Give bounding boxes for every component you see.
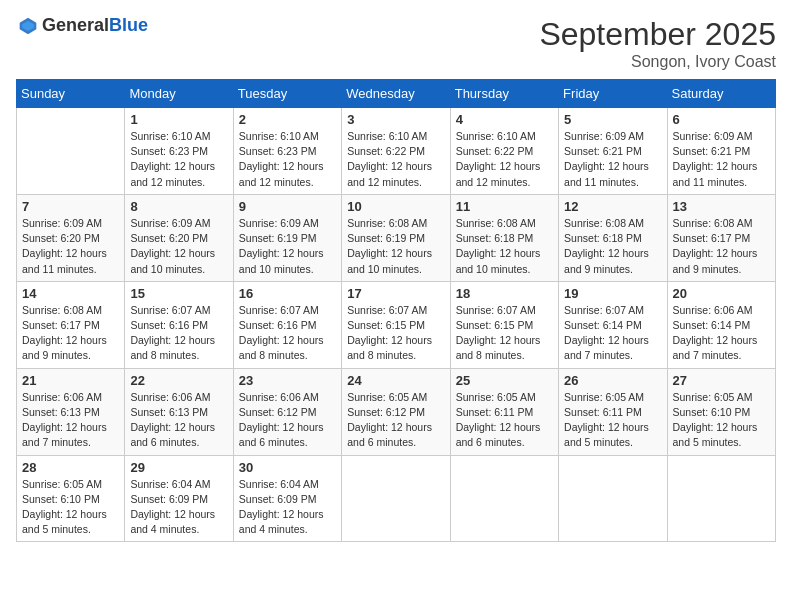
calendar-cell: 13Sunrise: 6:08 AMSunset: 6:17 PMDayligh… xyxy=(667,194,775,281)
day-info: Sunrise: 6:08 AMSunset: 6:18 PMDaylight:… xyxy=(456,216,553,277)
day-number: 12 xyxy=(564,199,661,214)
calendar-cell: 27Sunrise: 6:05 AMSunset: 6:10 PMDayligh… xyxy=(667,368,775,455)
page-header: GeneralBlue September 2025 Songon, Ivory… xyxy=(16,16,776,71)
day-info: Sunrise: 6:05 AMSunset: 6:12 PMDaylight:… xyxy=(347,390,444,451)
calendar-cell: 18Sunrise: 6:07 AMSunset: 6:15 PMDayligh… xyxy=(450,281,558,368)
day-info: Sunrise: 6:05 AMSunset: 6:11 PMDaylight:… xyxy=(456,390,553,451)
day-info: Sunrise: 6:07 AMSunset: 6:15 PMDaylight:… xyxy=(347,303,444,364)
calendar-cell: 23Sunrise: 6:06 AMSunset: 6:12 PMDayligh… xyxy=(233,368,341,455)
calendar-cell: 25Sunrise: 6:05 AMSunset: 6:11 PMDayligh… xyxy=(450,368,558,455)
day-info: Sunrise: 6:05 AMSunset: 6:11 PMDaylight:… xyxy=(564,390,661,451)
day-info: Sunrise: 6:10 AMSunset: 6:22 PMDaylight:… xyxy=(347,129,444,190)
day-number: 19 xyxy=(564,286,661,301)
day-number: 22 xyxy=(130,373,227,388)
day-info: Sunrise: 6:09 AMSunset: 6:21 PMDaylight:… xyxy=(564,129,661,190)
day-number: 2 xyxy=(239,112,336,127)
day-info: Sunrise: 6:04 AMSunset: 6:09 PMDaylight:… xyxy=(130,477,227,538)
day-number: 13 xyxy=(673,199,770,214)
day-number: 4 xyxy=(456,112,553,127)
day-number: 21 xyxy=(22,373,119,388)
calendar-cell: 17Sunrise: 6:07 AMSunset: 6:15 PMDayligh… xyxy=(342,281,450,368)
day-number: 11 xyxy=(456,199,553,214)
day-number: 1 xyxy=(130,112,227,127)
day-info: Sunrise: 6:09 AMSunset: 6:20 PMDaylight:… xyxy=(22,216,119,277)
calendar-cell: 11Sunrise: 6:08 AMSunset: 6:18 PMDayligh… xyxy=(450,194,558,281)
day-info: Sunrise: 6:08 AMSunset: 6:17 PMDaylight:… xyxy=(22,303,119,364)
calendar-cell: 1Sunrise: 6:10 AMSunset: 6:23 PMDaylight… xyxy=(125,108,233,195)
calendar-cell: 8Sunrise: 6:09 AMSunset: 6:20 PMDaylight… xyxy=(125,194,233,281)
weekday-header-monday: Monday xyxy=(125,80,233,108)
day-info: Sunrise: 6:06 AMSunset: 6:13 PMDaylight:… xyxy=(130,390,227,451)
day-info: Sunrise: 6:09 AMSunset: 6:20 PMDaylight:… xyxy=(130,216,227,277)
day-info: Sunrise: 6:08 AMSunset: 6:19 PMDaylight:… xyxy=(347,216,444,277)
weekday-header-saturday: Saturday xyxy=(667,80,775,108)
calendar-cell xyxy=(559,455,667,542)
calendar-cell xyxy=(450,455,558,542)
calendar-cell: 21Sunrise: 6:06 AMSunset: 6:13 PMDayligh… xyxy=(17,368,125,455)
day-number: 6 xyxy=(673,112,770,127)
weekday-header-friday: Friday xyxy=(559,80,667,108)
day-number: 14 xyxy=(22,286,119,301)
day-info: Sunrise: 6:06 AMSunset: 6:12 PMDaylight:… xyxy=(239,390,336,451)
calendar-cell: 15Sunrise: 6:07 AMSunset: 6:16 PMDayligh… xyxy=(125,281,233,368)
calendar-cell: 12Sunrise: 6:08 AMSunset: 6:18 PMDayligh… xyxy=(559,194,667,281)
calendar-cell: 6Sunrise: 6:09 AMSunset: 6:21 PMDaylight… xyxy=(667,108,775,195)
day-info: Sunrise: 6:07 AMSunset: 6:14 PMDaylight:… xyxy=(564,303,661,364)
calendar-week-row: 7Sunrise: 6:09 AMSunset: 6:20 PMDaylight… xyxy=(17,194,776,281)
day-number: 23 xyxy=(239,373,336,388)
month-title: September 2025 xyxy=(539,16,776,53)
day-info: Sunrise: 6:05 AMSunset: 6:10 PMDaylight:… xyxy=(673,390,770,451)
calendar-cell: 4Sunrise: 6:10 AMSunset: 6:22 PMDaylight… xyxy=(450,108,558,195)
day-info: Sunrise: 6:09 AMSunset: 6:19 PMDaylight:… xyxy=(239,216,336,277)
calendar-cell: 20Sunrise: 6:06 AMSunset: 6:14 PMDayligh… xyxy=(667,281,775,368)
day-number: 8 xyxy=(130,199,227,214)
calendar-cell: 2Sunrise: 6:10 AMSunset: 6:23 PMDaylight… xyxy=(233,108,341,195)
calendar-cell: 26Sunrise: 6:05 AMSunset: 6:11 PMDayligh… xyxy=(559,368,667,455)
day-info: Sunrise: 6:07 AMSunset: 6:15 PMDaylight:… xyxy=(456,303,553,364)
day-number: 28 xyxy=(22,460,119,475)
weekday-header-row: SundayMondayTuesdayWednesdayThursdayFrid… xyxy=(17,80,776,108)
calendar-week-row: 28Sunrise: 6:05 AMSunset: 6:10 PMDayligh… xyxy=(17,455,776,542)
logo-general: GeneralBlue xyxy=(42,16,148,36)
day-number: 25 xyxy=(456,373,553,388)
logo: GeneralBlue xyxy=(16,16,148,36)
day-info: Sunrise: 6:08 AMSunset: 6:18 PMDaylight:… xyxy=(564,216,661,277)
day-number: 17 xyxy=(347,286,444,301)
calendar-cell xyxy=(667,455,775,542)
calendar-cell: 30Sunrise: 6:04 AMSunset: 6:09 PMDayligh… xyxy=(233,455,341,542)
day-info: Sunrise: 6:06 AMSunset: 6:13 PMDaylight:… xyxy=(22,390,119,451)
calendar-cell: 29Sunrise: 6:04 AMSunset: 6:09 PMDayligh… xyxy=(125,455,233,542)
calendar-week-row: 21Sunrise: 6:06 AMSunset: 6:13 PMDayligh… xyxy=(17,368,776,455)
day-number: 3 xyxy=(347,112,444,127)
location-title: Songon, Ivory Coast xyxy=(539,53,776,71)
day-number: 5 xyxy=(564,112,661,127)
day-number: 20 xyxy=(673,286,770,301)
calendar-cell xyxy=(17,108,125,195)
day-info: Sunrise: 6:07 AMSunset: 6:16 PMDaylight:… xyxy=(130,303,227,364)
title-block: September 2025 Songon, Ivory Coast xyxy=(539,16,776,71)
day-number: 15 xyxy=(130,286,227,301)
day-number: 7 xyxy=(22,199,119,214)
logo-icon xyxy=(18,16,38,36)
calendar-cell: 7Sunrise: 6:09 AMSunset: 6:20 PMDaylight… xyxy=(17,194,125,281)
day-info: Sunrise: 6:04 AMSunset: 6:09 PMDaylight:… xyxy=(239,477,336,538)
day-info: Sunrise: 6:10 AMSunset: 6:23 PMDaylight:… xyxy=(239,129,336,190)
calendar-cell: 5Sunrise: 6:09 AMSunset: 6:21 PMDaylight… xyxy=(559,108,667,195)
weekday-header-tuesday: Tuesday xyxy=(233,80,341,108)
calendar-cell: 16Sunrise: 6:07 AMSunset: 6:16 PMDayligh… xyxy=(233,281,341,368)
calendar-cell: 10Sunrise: 6:08 AMSunset: 6:19 PMDayligh… xyxy=(342,194,450,281)
calendar-cell: 9Sunrise: 6:09 AMSunset: 6:19 PMDaylight… xyxy=(233,194,341,281)
day-info: Sunrise: 6:10 AMSunset: 6:23 PMDaylight:… xyxy=(130,129,227,190)
calendar-cell: 24Sunrise: 6:05 AMSunset: 6:12 PMDayligh… xyxy=(342,368,450,455)
calendar-cell: 14Sunrise: 6:08 AMSunset: 6:17 PMDayligh… xyxy=(17,281,125,368)
calendar-cell: 19Sunrise: 6:07 AMSunset: 6:14 PMDayligh… xyxy=(559,281,667,368)
calendar-week-row: 1Sunrise: 6:10 AMSunset: 6:23 PMDaylight… xyxy=(17,108,776,195)
weekday-header-wednesday: Wednesday xyxy=(342,80,450,108)
calendar-table: SundayMondayTuesdayWednesdayThursdayFrid… xyxy=(16,79,776,542)
day-number: 18 xyxy=(456,286,553,301)
day-info: Sunrise: 6:05 AMSunset: 6:10 PMDaylight:… xyxy=(22,477,119,538)
day-number: 29 xyxy=(130,460,227,475)
calendar-cell xyxy=(342,455,450,542)
calendar-cell: 3Sunrise: 6:10 AMSunset: 6:22 PMDaylight… xyxy=(342,108,450,195)
day-number: 16 xyxy=(239,286,336,301)
